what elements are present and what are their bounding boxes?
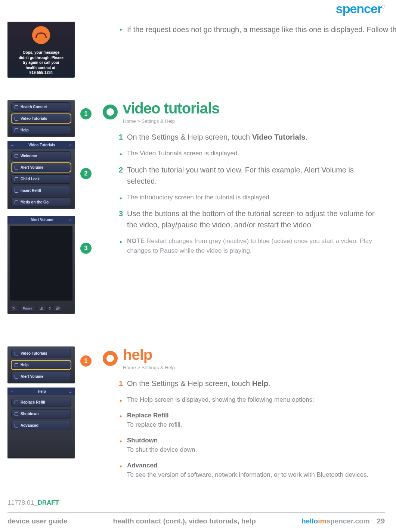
vol-up-icon: 🔊 <box>53 305 62 312</box>
list-item: Replace Refill <box>11 398 71 407</box>
breadcrumb: Home > Settings & Help <box>123 118 219 124</box>
brand-logo: spencer® <box>336 1 385 16</box>
back-icon: ← <box>10 218 14 222</box>
section-head-video: video tutorials Home > Settings & Help <box>103 100 219 124</box>
list-item-selected: Alert Volume <box>11 163 71 172</box>
menu-item: Alert Volume <box>11 372 71 381</box>
list-item: Shutdown <box>11 409 71 419</box>
document-id: 11778.01_DRAFT <box>7 499 59 507</box>
registered-mark: ® <box>382 4 385 10</box>
footer-right: helloimspencer.com 29 <box>301 517 385 525</box>
vol-down-icon: 🔉 <box>37 305 47 312</box>
back-icon: ← <box>10 143 14 147</box>
sad-face-icon <box>32 26 50 44</box>
footer-center: health contact (cont.), video tutorials,… <box>68 517 301 525</box>
screenshot-error: Oops, your messagedidn't go through. Ple… <box>7 22 75 78</box>
footer-left: device user guide <box>7 517 68 525</box>
page-footer: device user guide health contact (cont.)… <box>7 517 385 525</box>
footer-rule <box>7 512 385 513</box>
step-marker-2: 2 <box>80 168 92 179</box>
error-message: Oops, your messagedidn't go through. Ple… <box>7 47 75 81</box>
screenshot-settings-menu: Health Contact Video Tutorials Help <box>7 100 75 137</box>
ring-icon <box>103 105 118 119</box>
menu-item-selected: Video Tutorials <box>11 114 71 123</box>
screenshot-video-tutorials-list: ←Video Tutorials⌂ Welcome Alert Volume C… <box>7 141 75 209</box>
section-title: help <box>123 346 175 363</box>
help-steps: 1 On the Settings & Help screen, touch H… <box>127 378 385 486</box>
list-item: Welcome <box>11 151 71 161</box>
player-controls: ↻ Pause 🔉 5 🔊 <box>7 303 75 314</box>
list-item: Child Lock <box>11 174 71 184</box>
home-icon: ⌂ <box>69 389 72 393</box>
pause-button: Pause <box>20 305 35 312</box>
list-item: Advanced <box>11 421 71 430</box>
screenshot-help-list: ←Help⌂ Replace Refill Shutdown Advanced <box>7 388 75 458</box>
video-steps: 1 On the Settings & Help screen, touch V… <box>127 131 385 261</box>
step-marker-1: 1 <box>80 108 92 119</box>
screenshot-settings-menu-help: Video Tutorials Help Alert Volume <box>7 346 75 383</box>
ring-icon <box>103 351 118 366</box>
list-item: Meds on the Go <box>11 197 71 207</box>
menu-item: Health Contact <box>11 102 71 112</box>
step-marker-3: 3 <box>80 243 92 254</box>
section-head-help: help Home > Settings & Help <box>103 346 175 370</box>
video-area <box>10 226 72 301</box>
page-number: 29 <box>377 517 385 525</box>
menu-item: Help <box>11 125 71 135</box>
list-item: Insert Refill <box>11 186 71 195</box>
back-icon: ← <box>10 389 14 393</box>
volume-level: 5 <box>49 307 51 310</box>
restart-icon: ↻ <box>10 305 18 312</box>
screenshot-tutorial-player: ←Alert Volume⌂ ↻ Pause 🔉 5 🔊 <box>7 216 75 314</box>
home-icon: ⌂ <box>69 218 72 222</box>
section-title: video tutorials <box>123 100 219 117</box>
menu-item: Video Tutorials <box>11 349 71 358</box>
intro-text: If the request does not go through, a me… <box>127 24 396 35</box>
home-icon: ⌂ <box>69 143 72 147</box>
breadcrumb: Home > Settings & Help <box>123 365 175 370</box>
menu-item-selected: Help <box>11 360 71 370</box>
step-marker-help-1: 1 <box>80 355 92 367</box>
